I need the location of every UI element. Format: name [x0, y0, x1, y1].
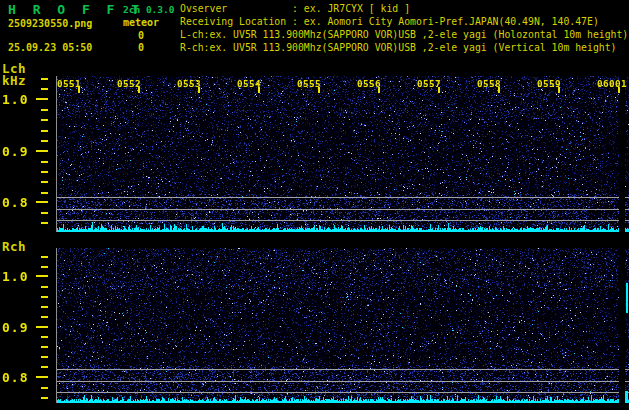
lch-freq-minor-tick	[41, 109, 48, 111]
rch-freq-major-tick	[36, 275, 48, 277]
minute-tick	[558, 87, 560, 93]
minute-tick	[498, 87, 500, 93]
rch-freq-major-tick	[36, 376, 48, 378]
lch-freq-minor-tick	[41, 88, 48, 90]
time-label-partial: 1	[621, 78, 627, 89]
minute-tick	[138, 87, 140, 93]
rch-freq-minor-tick	[41, 256, 48, 258]
lch-freq-minor-tick	[41, 222, 48, 224]
lch-freq-major-tick	[36, 150, 48, 152]
minute-tick	[438, 87, 440, 93]
lch-freq-tick-label: 1.0	[2, 92, 28, 107]
hrofft-window: H R O F F T 2ch 0.3.0 2509230550.png met…	[0, 0, 629, 410]
lch-freq-minor-tick	[41, 212, 48, 214]
minute-tick	[618, 87, 620, 93]
rch-freq-minor-tick	[41, 356, 48, 358]
rch-freq-minor-tick	[41, 366, 48, 368]
rch-freq-tick-label: 1.0	[2, 269, 28, 284]
rch-freq-minor-tick	[41, 266, 48, 268]
rch-freq-minor-tick	[41, 397, 48, 399]
lch-freq-minor-tick	[41, 119, 48, 121]
rch-freq-minor-tick	[41, 306, 48, 308]
lch-freq-minor-tick	[41, 140, 48, 142]
lch-freq-minor-tick	[41, 192, 48, 194]
rch-freq-minor-tick	[41, 296, 48, 298]
lch-freq-tick-label: 0.9	[2, 144, 28, 159]
minute-tick	[378, 87, 380, 93]
rch-freq-minor-tick	[41, 387, 48, 389]
lch-freq-minor-tick	[41, 161, 48, 163]
rch-freq-tick-label: 0.9	[2, 320, 28, 335]
minute-tick	[318, 87, 320, 93]
rch-freq-major-tick	[36, 326, 48, 328]
rch-freq-minor-tick	[41, 336, 48, 338]
axis-layer: 0551055205530554055505560557055805590600…	[0, 0, 629, 410]
minute-tick	[198, 87, 200, 93]
lch-freq-minor-tick	[41, 171, 48, 173]
lch-freq-major-tick	[36, 201, 48, 203]
lch-freq-minor-tick	[41, 78, 48, 80]
minute-tick	[258, 87, 260, 93]
lch-freq-minor-tick	[41, 130, 48, 132]
rch-freq-tick-label: 0.8	[2, 370, 28, 385]
rch-freq-minor-tick	[41, 316, 48, 318]
rch-freq-minor-tick	[41, 346, 48, 348]
minute-tick	[78, 87, 80, 93]
lch-freq-minor-tick	[41, 181, 48, 183]
lch-freq-tick-label: 0.8	[2, 195, 28, 210]
rch-freq-minor-tick	[41, 286, 48, 288]
lch-freq-major-tick	[36, 98, 48, 100]
